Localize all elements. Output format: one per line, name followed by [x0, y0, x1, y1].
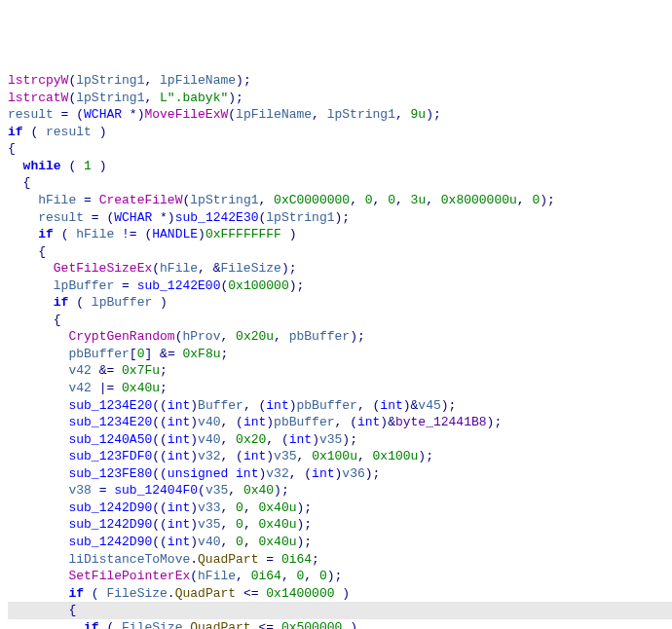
- token-fn-blue: sub_1242E30: [175, 210, 259, 225]
- token-struct: QuadPart: [198, 552, 258, 567]
- token-punct: ): [92, 159, 107, 173]
- token-var: lpFileName: [236, 107, 312, 122]
- token-punct: ,: [236, 569, 251, 583]
- code-line: if ( FileSize.QuadPart <= 0x500000 ): [8, 619, 672, 629]
- token-punct: ((: [152, 415, 168, 429]
- token-punct: ): [152, 295, 168, 310]
- token-num: 0x40u: [259, 517, 297, 532]
- token-var: pbBuffer: [289, 329, 350, 344]
- token-kw: if: [84, 620, 99, 629]
- token-punct: [8, 193, 38, 207]
- code-line: {: [8, 140, 672, 158]
- token-punct: {: [8, 313, 61, 327]
- token-punct: (: [198, 483, 205, 498]
- token-num: 0x100u: [373, 449, 419, 463]
- token-var: result: [8, 107, 54, 122]
- token-num: 0x500000: [281, 620, 342, 629]
- code-line: sub_1242D90((int)v33, 0, 0x40u);: [8, 500, 672, 517]
- token-var: FileSize: [122, 620, 182, 629]
- token-num: 3u: [411, 193, 427, 207]
- code-line: lpBuffer = sub_1242E00(0x100000);: [8, 278, 672, 295]
- token-punct: , (: [220, 415, 243, 429]
- token-var: lpBuffer: [54, 278, 114, 293]
- token-kw: if: [68, 586, 84, 601]
- code-line: result = (WCHAR *)MoveFileExW(lpFileName…: [8, 106, 672, 124]
- token-fn-purple: GetFileSizeEx: [54, 261, 152, 276]
- token-punct: )&: [380, 415, 395, 429]
- token-punct: ;: [312, 552, 319, 567]
- code-line: sub_1234E20((int)v40, (int)pbBuffer, (in…: [8, 414, 672, 431]
- code-line: sub_1242D90((int)v40, 0, 0x40u);: [8, 534, 672, 551]
- token-op: *): [122, 107, 144, 122]
- token-punct: [8, 552, 68, 567]
- token-fn-purple: SetFilePointerEx: [68, 569, 190, 583]
- token-var: Buffer: [198, 398, 243, 413]
- token-num: 0x100000: [228, 278, 288, 293]
- token-punct: [8, 278, 54, 293]
- token-punct: ((: [152, 500, 168, 515]
- token-fn-blue: sub_123FDF0: [68, 449, 152, 463]
- token-punct: );: [441, 398, 457, 413]
- token-var: v38: [68, 483, 91, 498]
- token-type: int: [266, 398, 288, 413]
- token-punct: [8, 398, 68, 413]
- token-punct: ,: [426, 193, 441, 207]
- token-fn-blue: sub_12404F0: [114, 483, 198, 498]
- token-punct: .: [168, 586, 175, 601]
- token-punct: (: [68, 295, 91, 310]
- token-punct: [8, 620, 84, 629]
- token-fn-blue: sub_1242D90: [68, 517, 152, 532]
- code-line: sub_123FE80((unsigned int)v32, (int)v36)…: [8, 465, 672, 483]
- token-punct: );: [297, 517, 313, 532]
- token-type: int: [168, 500, 190, 515]
- token-punct: (: [23, 125, 46, 139]
- code-line: {: [8, 174, 672, 192]
- token-punct: ): [335, 586, 351, 601]
- token-num: 0: [365, 193, 373, 207]
- code-line: lstrcpyW(lpString1, lpFileName);: [8, 72, 672, 90]
- token-op: <=: [251, 620, 281, 629]
- token-var: liDistanceToMove: [68, 552, 190, 567]
- token-var: v33: [198, 500, 220, 515]
- token-punct: ): [266, 415, 274, 429]
- token-fn-purple: MoveFileExW: [144, 107, 228, 122]
- token-type: int: [289, 432, 312, 447]
- token-var: v40: [198, 535, 220, 549]
- token-num: 9u: [411, 107, 427, 122]
- code-line: v42 &= 0x7Fu;: [8, 362, 672, 380]
- token-var: v36: [342, 466, 364, 481]
- token-op: ): [198, 227, 205, 241]
- token-punct: ,: [220, 500, 236, 515]
- token-punct: ): [312, 432, 319, 447]
- code-line: sub_1234E20((int)Buffer, (int)pbBuffer, …: [8, 397, 672, 415]
- token-punct: ,: [144, 91, 160, 105]
- token-punct: ,: [281, 569, 297, 583]
- token-punct: ,: [274, 329, 289, 344]
- token-punct: ,: [243, 517, 259, 532]
- token-type: int: [168, 415, 190, 429]
- token-num: 0: [388, 193, 395, 207]
- token-punct: );: [426, 107, 441, 122]
- token-op: <=: [236, 586, 266, 601]
- token-punct: ((: [152, 449, 168, 463]
- token-punct: {: [8, 141, 16, 156]
- token-punct: [8, 210, 38, 225]
- token-punct: [8, 159, 23, 173]
- code-line: hFile = CreateFileW(lpString1, 0xC000000…: [8, 192, 672, 209]
- token-punct: ,: [243, 500, 259, 515]
- token-type: WCHAR: [114, 210, 152, 225]
- token-punct: [8, 295, 54, 310]
- token-punct: );: [281, 261, 297, 276]
- token-op: &=: [152, 347, 182, 361]
- token-var: pbBuffer: [274, 415, 334, 429]
- code-block: lstrcpyW(lpString1, lpFileName);lstrcatW…: [8, 72, 672, 629]
- token-op: =: [114, 278, 136, 293]
- token-punct: [8, 535, 68, 549]
- code-line: lstrcatW(lpString1, L".babyk");: [8, 90, 672, 107]
- token-var: result: [46, 125, 92, 139]
- token-kw: if: [54, 295, 69, 310]
- token-num: 0x7Fu: [122, 363, 160, 378]
- token-fn-purple: CryptGenRandom: [68, 329, 174, 344]
- token-num: 0xC0000000: [274, 193, 350, 207]
- code-line: if ( FileSize.QuadPart <= 0x1400000 ): [8, 585, 672, 603]
